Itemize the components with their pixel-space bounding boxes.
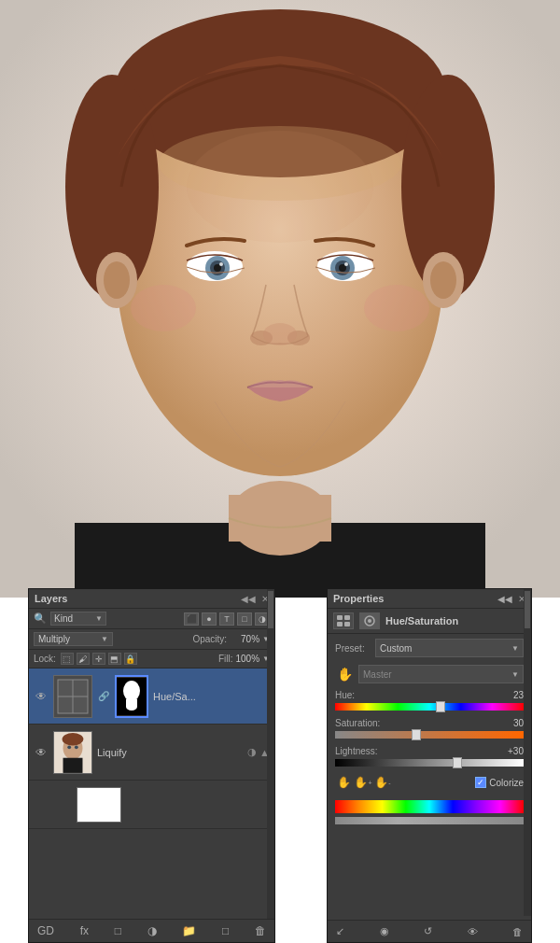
colorize-checkmark: ✓ [477,778,484,787]
colorize-check-box[interactable]: ✓ [475,777,486,788]
layers-mask-icon[interactable]: □ [112,923,124,938]
layers-collapse-btn[interactable]: ◀◀ [241,594,256,604]
fill-label: Fill: [218,654,233,664]
lightness-thumb[interactable] [453,757,462,768]
kind-dropdown[interactable]: Kind ▼ [50,612,106,626]
preset-value: Custom [380,643,412,654]
saturation-value: 30 [513,718,524,728]
layer-visibility-rect[interactable] [34,797,49,812]
master-dropdown[interactable]: Master ▼ [358,665,524,683]
layer-type-text[interactable]: T [219,612,234,626]
lock-label: Lock: [34,654,56,664]
props-collapse-btn[interactable]: ◀◀ [497,594,512,604]
layers-panel: Layers ◀◀ ✕ 🔍 Kind ▼ ⬛ ● T □ ◑ Multiply … [28,588,275,943]
layer-type-pixel[interactable]: ⬛ [184,612,199,626]
layers-new-icon[interactable]: □ [219,923,231,938]
layer-type-adjust[interactable]: ● [202,612,217,626]
color-add-icon[interactable]: ✋+ [355,774,371,791]
svg-rect-46 [344,622,350,626]
layer-type-shape[interactable]: □ [237,612,252,626]
layers-scrollbar[interactable] [267,589,274,942]
hand-icon[interactable]: ✋ [335,666,354,683]
color-strips [328,795,531,827]
layers-toolbar-lock: Lock: ⬚ 🖌 ✛ ⬒ 🔒 Fill: 100% ▼ [29,650,274,669]
smart-filter-icon: ◑ [247,746,257,758]
lock-artboard[interactable]: ⬒ [108,653,121,665]
lock-all[interactable]: 🔒 [124,653,137,665]
kind-dropdown-arrow: ▼ [95,614,103,623]
preset-dropdown[interactable]: Custom ▼ [375,639,524,657]
properties-panel: Properties ◀◀ ✕ Hue/Saturation Preset: [327,588,532,943]
master-placeholder: Master [363,669,392,680]
layers-panel-header: Layers ◀◀ ✕ [29,589,274,609]
color-remove-icon[interactable]: ✋- [374,774,391,791]
layers-adjustment-icon[interactable]: ◑ [145,923,160,938]
layer-type-icons: ⬛ ● T □ ◑ [184,612,270,626]
prop-eye-icon[interactable]: 👁 [465,925,481,938]
svg-point-11 [104,261,130,299]
hue-label: Hue: [335,690,355,700]
master-dropdown-arrow: ▼ [511,670,519,679]
lock-image[interactable]: 🖌 [77,653,90,665]
opacity-value: 70% [230,634,259,644]
svg-rect-44 [344,615,350,620]
huesat-subheader: Hue/Saturation [328,609,531,634]
preset-label: Preset: [335,643,371,654]
huesat-circle-btn[interactable] [359,612,380,629]
blend-dropdown-arrow: ▼ [101,635,108,643]
layers-toolbar-blend: Multiply ▼ Opacity: 70% ▼ [29,629,274,650]
svg-point-40 [63,733,84,745]
hue-label-row: Hue: 23 [335,690,524,700]
layer-visibility-huesat[interactable]: 👁 [34,689,49,704]
layer-link-huesat: 🔗 [97,690,110,703]
lightness-track[interactable] [335,759,524,767]
layer-item-huesat[interactable]: 👁 🔗 Hue/Sa... [29,669,274,725]
lock-transparent[interactable]: ⬚ [61,653,74,665]
properties-title: Properties [333,593,384,604]
layer-mask-huesat [115,675,148,718]
color-picker-icons: ✋ ✋+ ✋- [335,774,391,791]
properties-bottom-bar: ↙ ◉ ↺ 👁 🗑 [328,920,531,942]
portrait-image [0,0,560,598]
svg-point-36 [126,703,137,711]
lock-move[interactable]: ✛ [92,653,105,665]
layer-name-liquify: Liquify [97,747,243,758]
neutral-color-strip [335,817,524,824]
layer-item-liquify[interactable]: 👁 Liquify ◑ ▲ [29,725,274,781]
lock-icons: ⬚ 🖌 ✛ ⬒ 🔒 [61,653,137,665]
layers-group-icon[interactable]: 📁 [179,923,199,938]
layer-visibility-liquify[interactable]: 👁 [34,745,49,760]
svg-point-23 [344,262,348,266]
prop-clip-icon[interactable]: ↙ [333,924,347,938]
saturation-thumb[interactable] [412,729,421,740]
huesat-label: Hue/Saturation [385,615,458,626]
prop-visibility-icon[interactable]: ◉ [377,924,392,938]
blend-mode-dropdown[interactable]: Multiply ▼ [34,632,113,646]
layers-link-icon[interactable]: GD [35,923,57,938]
layers-panel-controls: ◀◀ ✕ [241,594,269,604]
layer-thumb-liquify [53,731,92,774]
layers-delete-icon[interactable]: 🗑 [252,923,269,938]
white-rect-thumb [77,787,121,823]
opacity-label: Opacity: [192,634,227,644]
hue-track[interactable] [335,703,524,711]
color-hand-icon[interactable]: ✋ [335,774,352,791]
saturation-slider-row: Saturation: 30 [328,714,531,742]
white-rect-layer[interactable] [29,781,274,829]
svg-point-48 [368,619,371,623]
svg-rect-43 [337,615,343,620]
colorize-checkbox[interactable]: ✓ Colorize [475,777,524,788]
hue-color-strip [335,800,524,813]
saturation-track[interactable] [335,731,524,739]
svg-rect-45 [337,622,343,626]
layers-fx-icon[interactable]: fx [77,923,91,938]
svg-rect-4 [229,495,331,542]
colorize-row: ✋ ✋+ ✋- ✓ Colorize [328,770,531,795]
properties-scrollbar[interactable] [524,589,531,916]
hue-thumb[interactable] [436,701,445,712]
properties-scroll-thumb [525,591,530,628]
prop-delete-icon[interactable]: 🗑 [510,925,525,938]
prop-reset-icon[interactable]: ↺ [421,924,435,938]
huesat-grid-btn[interactable] [333,612,354,629]
layers-title: Layers [35,593,67,604]
